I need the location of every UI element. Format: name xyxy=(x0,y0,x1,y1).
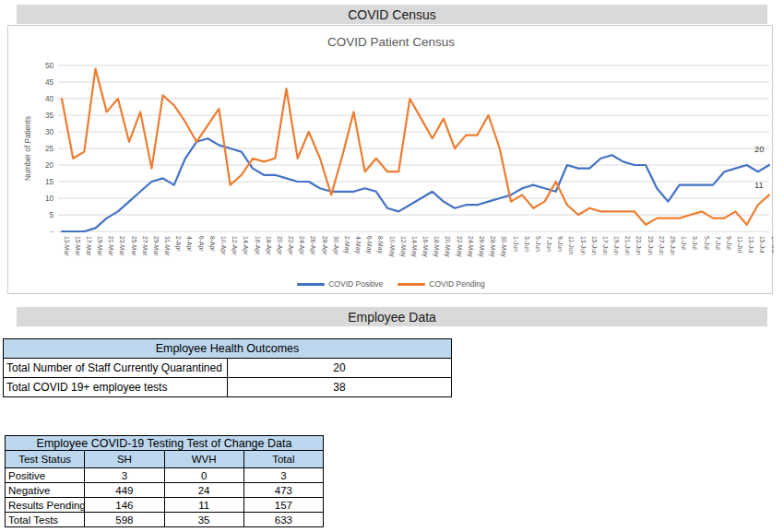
sh-value: 3 xyxy=(85,468,164,483)
x-axis-tick-label: 10-Apr xyxy=(219,236,227,255)
wvh-value: 11 xyxy=(164,498,243,513)
x-axis-tick-label: 9-Jun xyxy=(557,236,564,252)
column-header-sh: SH xyxy=(85,451,164,468)
x-axis-tick-label: 18-Apr xyxy=(265,236,272,255)
x-axis-tick-label: 23-Mar xyxy=(119,236,125,256)
total-value: 157 xyxy=(243,498,323,513)
x-axis-tick-label: 7-Jun xyxy=(546,236,552,252)
x-axis-tick-label: 16-May xyxy=(421,236,429,257)
x-axis-tick-label: 27-Mar xyxy=(142,236,148,256)
y-axis-tick-label: 35 xyxy=(45,112,54,120)
x-axis-tick-label: 5-Jun xyxy=(535,236,541,252)
x-axis-tick-label: 26-May xyxy=(478,236,485,257)
y-axis-tick-label: 45 xyxy=(45,78,54,87)
table-row[interactable]: Total COVID 19+ employee tests 38 xyxy=(4,378,452,397)
test-status-label: Total Tests xyxy=(6,513,85,527)
x-axis-tick-label: 2-Apr xyxy=(174,236,182,252)
total-value: 3 xyxy=(243,468,323,483)
x-axis-tick-label: 22-May xyxy=(456,236,463,257)
x-axis-tick-label: 13-Mar xyxy=(64,236,70,256)
legend-item-covid-positive[interactable]: COVID Positive xyxy=(297,279,383,289)
x-axis-tick-label: 20-May xyxy=(444,236,451,257)
sh-value: 146 xyxy=(85,498,164,513)
table-row[interactable]: Negative 449 24 473 xyxy=(6,483,324,498)
y-axis-tick-label: 15 xyxy=(45,178,54,186)
table-title-row: Employee Health Outcomes xyxy=(4,339,452,359)
y-axis-tick-label: - xyxy=(51,228,53,236)
y-axis-tick-label: 25 xyxy=(45,145,54,153)
data-label-covid-pending: 11 xyxy=(754,180,764,190)
x-axis-tick-label: 17-Jul xyxy=(771,236,775,254)
x-axis-tick-label: 15-Jun xyxy=(591,236,598,255)
column-header-test-status: Test Status xyxy=(6,451,85,468)
x-axis-tick-label: 17-Mar xyxy=(86,236,92,256)
x-axis-tick-label: 12-Apr xyxy=(231,236,238,255)
x-axis-tick-label: 27-Jun xyxy=(658,236,665,255)
test-status-label: Positive xyxy=(6,468,85,483)
table-row[interactable]: Positive 3 0 3 xyxy=(6,468,324,483)
x-axis-tick-label: 1-Jun xyxy=(513,236,519,252)
column-header-total: Total xyxy=(243,451,323,468)
table-row[interactable]: Total Tests 598 35 633 xyxy=(6,513,324,527)
legend-item-covid-pending[interactable]: COVID Pending xyxy=(397,279,484,289)
x-axis-tick-label: 1-Jul xyxy=(681,236,687,250)
x-axis-tick-label: 19-Mar xyxy=(97,236,103,256)
x-axis-tick-label: 20-Apr xyxy=(276,236,283,255)
employee-health-outcomes-table: Employee Health Outcomes Total Number of… xyxy=(3,338,452,397)
y-axis-tick-label: 10 xyxy=(45,195,54,203)
employee-data-header-label: Employee Data xyxy=(348,310,436,325)
x-axis-tick-label: 30-May xyxy=(500,236,507,257)
test-status-label: Negative xyxy=(6,483,85,498)
x-axis-tick-label: 15-Mar xyxy=(75,236,81,256)
x-axis-tick-label: 17-Jun xyxy=(602,236,609,255)
x-axis-tick-label: 26-Apr xyxy=(309,236,316,255)
x-axis-tick-label: 3-Jun xyxy=(524,236,530,252)
outcomes-row-value: 38 xyxy=(228,378,452,397)
sh-value: 449 xyxy=(85,483,164,498)
outcomes-row-label: Total COVID 19+ employee tests xyxy=(4,378,228,397)
x-axis-tick-label: 8-May xyxy=(376,236,384,254)
legend-label-covid-pending: COVID Pending xyxy=(429,279,484,289)
x-axis-tick-label: 13-Jun xyxy=(580,236,587,255)
x-axis-tick-label: 11-Jul xyxy=(737,236,743,253)
table-row[interactable]: Total Number of Staff Currently Quaranti… xyxy=(4,359,452,378)
covid-positive-line-swatch xyxy=(297,283,325,286)
x-axis-tick-label: 4-May xyxy=(354,236,362,254)
x-axis-tick-label: 9-Jul xyxy=(726,236,732,250)
x-axis-tick-label: 18-May xyxy=(433,236,440,257)
x-axis-tick-label: 28-May xyxy=(489,236,496,257)
x-axis-tick-label: 14-May xyxy=(410,236,418,257)
table-row[interactable]: Results Pending 146 11 157 xyxy=(6,498,324,513)
column-header-wvh: WVH xyxy=(164,451,243,468)
y-axis-title: Number of Patients xyxy=(24,116,32,181)
x-axis-tick-label: 21-Jun xyxy=(624,236,631,255)
y-axis-tick-label: 40 xyxy=(45,95,54,103)
x-axis-tick-label: 21-Mar xyxy=(108,236,114,256)
table-header-row: Test Status SH WVH Total xyxy=(6,451,324,468)
data-label-covid-positive: 20 xyxy=(754,144,765,154)
x-axis-tick-label: 14-Apr xyxy=(242,236,249,255)
x-axis-tick-label: 19-Jun xyxy=(613,236,620,255)
outcomes-row-label: Total Number of Staff Currently Quaranti… xyxy=(4,359,228,378)
outcomes-table-title: Employee Health Outcomes xyxy=(4,339,452,359)
x-axis-tick-label: 16-Apr xyxy=(254,236,261,255)
covid-pending-line-swatch xyxy=(397,283,425,286)
wvh-value: 35 xyxy=(164,513,243,527)
x-axis-tick-label: 10-May xyxy=(388,236,396,257)
covid-census-header: COVID Census xyxy=(17,5,767,24)
x-axis-tick-label: 5-Jul xyxy=(704,236,710,250)
y-axis-tick-label: 30 xyxy=(45,128,54,136)
wvh-value: 24 xyxy=(164,483,243,498)
x-axis-tick-label: 6-May xyxy=(365,236,373,254)
x-axis-tick-label: 22-Apr xyxy=(287,236,294,255)
x-axis-tick-label: 12-May xyxy=(399,236,407,257)
total-value: 473 xyxy=(243,483,323,498)
x-axis-tick-label: 6-Apr xyxy=(197,236,205,252)
y-axis-tick-label: 50 xyxy=(45,62,54,70)
x-axis-tick-label: 24-May xyxy=(467,236,474,257)
employee-data-header: Employee Data xyxy=(17,307,767,326)
x-axis-tick-label: 30-Apr xyxy=(332,236,339,255)
x-axis-tick-label: 11-Jun xyxy=(568,236,575,254)
x-axis-tick-label: 8-Apr xyxy=(208,236,216,252)
covid-patient-census-chart: COVID Patient Census -510152025303540455… xyxy=(7,25,773,294)
